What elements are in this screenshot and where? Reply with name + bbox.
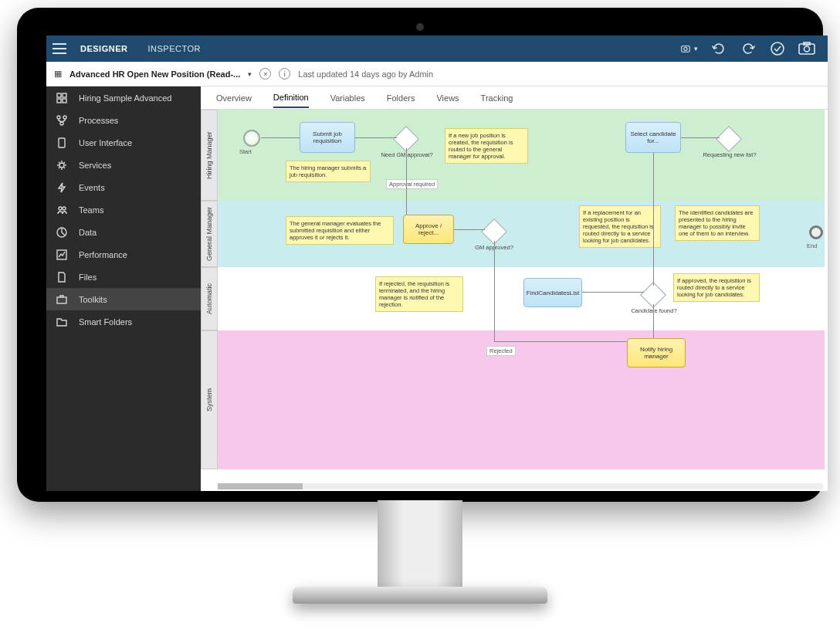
svg-rect-11 — [57, 99, 61, 103]
monitor-stand — [378, 500, 462, 593]
tab-definition[interactable]: Definition — [273, 88, 309, 108]
note-identified: The identified candidates are presented … — [675, 205, 760, 241]
tab-variables[interactable]: Variables — [330, 89, 365, 107]
task-approve-reject[interactable]: Approve / reject... — [403, 215, 454, 244]
task-find-candidates[interactable]: FindCandidatesList — [523, 278, 582, 307]
gw-label-cand-found: Candidate found? — [627, 307, 681, 314]
note-gm-eval: The general manager evaluates the submit… — [286, 216, 394, 245]
sidebar-label: User Interface — [79, 138, 132, 147]
bpmn-diagram[interactable]: Hiring Manager General Manager Automatic… — [201, 110, 828, 491]
sidebar-item-teams[interactable]: Teams — [46, 198, 201, 221]
file-icon — [56, 271, 68, 283]
task-notify-hiring-manager[interactable]: Notify hiring manager — [627, 338, 686, 367]
folder-icon — [56, 316, 68, 328]
sidebar-label: Files — [79, 273, 97, 282]
title-dropdown-icon[interactable]: ▾ — [248, 70, 252, 78]
svg-point-17 — [59, 163, 64, 168]
tab-overview[interactable]: Overview — [216, 89, 252, 107]
webcam — [416, 23, 424, 31]
svg-rect-1 — [52, 48, 66, 49]
svg-rect-3 — [682, 46, 690, 52]
last-updated: Last updated 14 days ago by Admin — [298, 69, 433, 79]
info-circle-icon[interactable]: i — [279, 68, 290, 80]
svg-rect-22 — [57, 297, 66, 303]
svg-point-18 — [59, 207, 62, 210]
svg-point-13 — [57, 116, 60, 119]
sidebar-label: Hiring Sample Advanced — [79, 93, 171, 103]
svg-rect-0 — [52, 43, 66, 45]
svg-rect-10 — [63, 93, 66, 97]
note-approved: If approved, the requisition is routed d… — [673, 273, 760, 302]
tab-designer[interactable]: DESIGNER — [80, 44, 127, 53]
grid-icon — [56, 92, 68, 104]
validate-button[interactable] — [769, 40, 786, 57]
tab-inspector[interactable]: INSPECTOR — [147, 44, 200, 53]
process-tabs: Overview Definition Variables Folders Vi… — [201, 86, 828, 110]
note-replacement: If a replacement for an existing positio… — [579, 205, 661, 248]
people-icon — [56, 204, 68, 216]
note-new-job: If a new job position is created, the re… — [445, 128, 528, 164]
flow-icon — [56, 114, 68, 127]
tab-views[interactable]: Views — [436, 89, 459, 107]
svg-rect-12 — [63, 99, 66, 103]
note-submit: The hiring manager submits a job requisi… — [286, 161, 371, 182]
lane-label-automatic: Automatic — [201, 267, 218, 330]
redo-button[interactable] — [740, 40, 757, 57]
tab-tracking[interactable]: Tracking — [481, 89, 513, 107]
flow-label-rejected: Rejected — [486, 346, 516, 356]
sidebar-item-data[interactable]: Data — [46, 221, 201, 243]
start-label: Start — [239, 148, 252, 155]
task-select-candidate[interactable]: Select candidate for... — [625, 122, 681, 153]
topbar: DESIGNER INSPECTOR ▾ — [46, 36, 828, 62]
sidebar-label: Data — [79, 228, 97, 237]
sidebar-label: Events — [79, 183, 105, 192]
sidebar-label: Performance — [79, 250, 127, 259]
end-event[interactable] — [809, 225, 823, 239]
close-circle-icon[interactable]: × — [259, 68, 271, 80]
gw-label-need-gm: Need GM approval? — [380, 151, 434, 158]
sidebar-item-ui[interactable]: User Interface — [46, 131, 201, 154]
lane-label-hiring-manager: Hiring Manager — [201, 110, 218, 201]
sidebar-item-processes[interactable]: Processes — [46, 109, 201, 131]
undo-button[interactable] — [710, 40, 727, 57]
svg-point-7 — [804, 46, 810, 52]
tab-folders[interactable]: Folders — [387, 89, 415, 107]
flow-label-approval-required: Approval required — [386, 179, 438, 189]
subheader: ▦ Advanced HR Open New Position (Read-..… — [46, 62, 828, 86]
sidebar-label: Smart Folders — [79, 317, 132, 327]
menu-button[interactable] — [46, 36, 73, 62]
svg-point-19 — [63, 207, 66, 210]
note-rejected: If rejected, the requisition is terminat… — [375, 276, 463, 312]
sidebar-item-performance[interactable]: Performance — [46, 243, 201, 266]
end-label: End — [807, 242, 817, 249]
camera-dropdown[interactable]: ▾ — [681, 40, 698, 57]
task-submit-requisition[interactable]: Submit job requisition — [300, 122, 355, 153]
svg-rect-9 — [57, 93, 61, 97]
sidebar-item-files[interactable]: Files — [46, 266, 201, 288]
device-icon — [56, 137, 68, 149]
briefcase-icon — [56, 293, 68, 306]
bolt-icon — [56, 181, 68, 194]
snapshot-button[interactable] — [798, 40, 815, 57]
screen: DESIGNER INSPECTOR ▾ — [46, 36, 828, 491]
svg-point-15 — [60, 122, 63, 125]
process-title[interactable]: Advanced HR Open New Position (Read-... — [69, 69, 240, 79]
gw-label-gm-approved: GM approved? — [467, 244, 521, 251]
monitor-base — [293, 587, 547, 604]
sidebar-item-toolkits[interactable]: Toolkits — [46, 288, 201, 310]
sidebar-label: Services — [79, 161, 111, 170]
sidebar-item-events[interactable]: Events — [46, 176, 201, 198]
gear-icon — [56, 159, 68, 171]
sidebar-item-hiring-sample[interactable]: Hiring Sample Advanced — [46, 86, 201, 109]
sidebar: Hiring Sample Advanced Processes User In… — [46, 86, 201, 491]
svg-point-4 — [684, 47, 687, 50]
svg-rect-16 — [59, 138, 65, 147]
sidebar-item-smart-folders[interactable]: Smart Folders — [46, 310, 201, 333]
svg-rect-2 — [52, 52, 66, 54]
lane-label-general-manager: General Manager — [201, 201, 218, 267]
gw-label-req-new: Requesting new list? — [703, 151, 757, 158]
horizontal-scrollbar[interactable] — [218, 483, 823, 489]
sidebar-item-services[interactable]: Services — [46, 154, 201, 176]
svg-rect-6 — [799, 44, 815, 54]
start-event[interactable] — [243, 130, 260, 147]
